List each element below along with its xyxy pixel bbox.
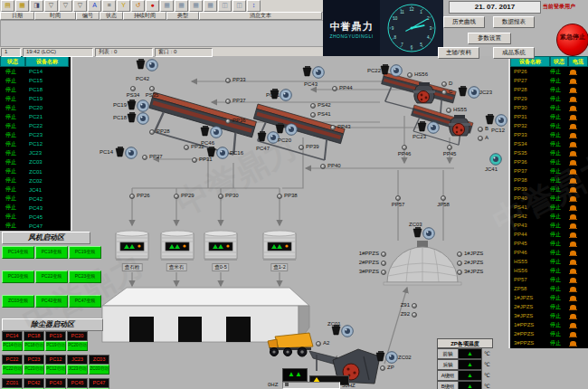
warehouse-building	[102, 288, 309, 342]
temp-value-indicator: ▲	[459, 381, 482, 389]
device-name: ZC01	[29, 169, 43, 175]
dust-start-button[interactable]: PC20启动	[67, 341, 88, 351]
flow-node-label: PP33	[232, 77, 246, 82]
flow-node-dot	[381, 270, 386, 275]
dust-start-button[interactable]: PC19启动	[45, 341, 66, 351]
toolbar-icon-0[interactable]: ▤	[1, 0, 14, 12]
fan-vfd-button[interactable]: PC18变频	[35, 246, 68, 259]
device-status: 停止	[550, 68, 570, 76]
device-row: PP38停止	[510, 176, 588, 185]
dust-start-button[interactable]: PC18启动	[24, 341, 44, 351]
toolbar-icon-4[interactable]: ▽	[59, 0, 72, 12]
toolbar-icon-6[interactable]: A	[88, 0, 101, 12]
emergency-stop-button[interactable]: 紧急停止	[556, 24, 588, 56]
param-settings-button[interactable]: 参数设置	[468, 33, 511, 44]
device-row: 停止PC18	[0, 85, 71, 94]
alarm-bell-icon	[570, 260, 576, 264]
toolbar-icon-16[interactable]: ◫	[232, 0, 246, 12]
dust-device-name: PC19	[45, 331, 66, 341]
dust-start-button[interactable]: PC23启动	[24, 365, 44, 375]
device-row: PS34停止	[510, 139, 588, 148]
freq-min-label: 0HZ	[268, 382, 278, 387]
main-aux-button[interactable]: 主辅/资料	[438, 47, 479, 59]
alarm-column-headers: 日期时间编号状态持续时间类型消息文本	[0, 12, 324, 20]
device-name: PC19	[29, 96, 43, 101]
product-system-button[interactable]: 成品系统	[493, 47, 535, 59]
equipment-tag: JC23	[479, 90, 492, 95]
right-panel-header-2: 电流	[568, 56, 588, 67]
dust-start-button[interactable]: ZC03启动	[89, 365, 109, 375]
temp-value-indicator: ▲	[459, 370, 482, 381]
device-name: PC47	[29, 223, 43, 229]
toolbar-icon-3[interactable]: ▽	[44, 0, 58, 12]
device-status: 停止	[5, 131, 16, 139]
frequency-slider[interactable]	[282, 382, 340, 389]
fan-vfd-button[interactable]: PC20变频	[2, 270, 34, 283]
equipment-tag: JC41	[485, 166, 498, 172]
silo-query-button[interactable]: 查1-2	[270, 263, 288, 271]
fan-vfd-button[interactable]: PC23变频	[69, 270, 101, 283]
device-row: 停止PC19	[0, 94, 71, 103]
flow-node-label: 2#PPZS	[359, 260, 379, 265]
flow-node-dot	[441, 195, 446, 201]
dust-start-button[interactable]: PC14启动	[2, 341, 23, 351]
toolbar-icon-15[interactable]: ◫	[218, 0, 232, 12]
fan-vfd-button[interactable]: ZC03变频	[2, 295, 34, 308]
flow-node-dot	[395, 195, 401, 201]
fan-vfd-button[interactable]: PC47变频	[69, 295, 101, 308]
toolbar-icon-7[interactable]: ≡	[102, 0, 116, 12]
device-row: PP43停止	[510, 221, 588, 230]
fan-vfd-button[interactable]: PC22变频	[35, 270, 68, 283]
alarm-bell-icon	[570, 242, 576, 246]
toolbar-icon-2[interactable]: ◨	[30, 0, 43, 12]
device-status: 停止	[5, 158, 16, 166]
flow-node-dot	[478, 136, 483, 141]
toolbar-icon-13[interactable]: ▦	[189, 0, 203, 12]
flow-node-label: PP37	[232, 98, 246, 103]
silo-query-button[interactable]: 查米石	[166, 263, 187, 271]
logo-subtitle: ZHONGYUDINGLI	[323, 33, 380, 39]
flow-node-label: 3#PPZS	[359, 269, 379, 274]
silo-query-button[interactable]: 查石粉	[122, 263, 143, 271]
device-row: PS41停止	[510, 203, 588, 212]
flow-node-dot	[457, 270, 462, 275]
data-report-button[interactable]: 数据报表	[493, 16, 535, 28]
flow-node-dot	[330, 125, 336, 130]
toolbar-icon-12[interactable]: ▦	[175, 0, 188, 12]
device-row: PP40停止	[510, 194, 588, 203]
history-curve-button[interactable]: 历史曲线	[443, 16, 485, 28]
toolbar-icon-10[interactable]: ●	[146, 0, 159, 12]
alarm-bell-icon	[570, 269, 576, 273]
device-name: PC14	[29, 69, 43, 74]
alarm-bell-icon	[570, 187, 576, 192]
dust-start-button[interactable]: JC23启动	[67, 365, 88, 375]
device-name: PP44	[514, 232, 550, 237]
flow-node-dot	[412, 312, 417, 318]
flow-node-dot	[380, 365, 385, 371]
toolbar-icon-14[interactable]: ▦	[204, 0, 217, 12]
device-status: 停止	[5, 104, 16, 112]
toolbar-icon-9[interactable]: ↺	[131, 0, 145, 12]
dust-start-button[interactable]: PC12启动	[45, 365, 66, 375]
fan-vfd-button[interactable]: PC19变频	[69, 246, 101, 259]
toolbar-icon-5[interactable]: ▽	[73, 0, 87, 12]
toolbar-icon-1[interactable]: ▦	[15, 0, 29, 12]
toolbar-icon-17[interactable]: ↕	[247, 0, 261, 12]
silo-query-button[interactable]: 查0-5	[212, 263, 229, 271]
toolbar-icon-8[interactable]: Y	[117, 0, 130, 12]
device-name: PS35	[514, 150, 550, 156]
device-name: PC12	[29, 141, 43, 147]
fan-vfd-button[interactable]: PC14变频	[2, 246, 34, 259]
fan-vfd-button[interactable]: PC42变频	[35, 295, 68, 308]
flow-node-label: PP32	[191, 144, 204, 149]
dust-start-button[interactable]: PC22启动	[2, 365, 23, 375]
toolbar-icon-11[interactable]: ▦	[160, 0, 174, 12]
right-device-panel: 设备名称状态电流 PP26停止PP27停止PP28停止PP29停止PP30停止P…	[508, 56, 588, 348]
device-name: JC41	[29, 187, 42, 193]
alarm-list[interactable]	[0, 20, 324, 47]
equipment-tag: PC16	[230, 150, 243, 156]
alarm-column-0: 日期	[0, 12, 34, 20]
device-name: 2#JPZS	[514, 304, 550, 309]
left-panel-header-1: 设备名称	[25, 56, 69, 67]
fan-icon-ZC03	[412, 226, 437, 245]
